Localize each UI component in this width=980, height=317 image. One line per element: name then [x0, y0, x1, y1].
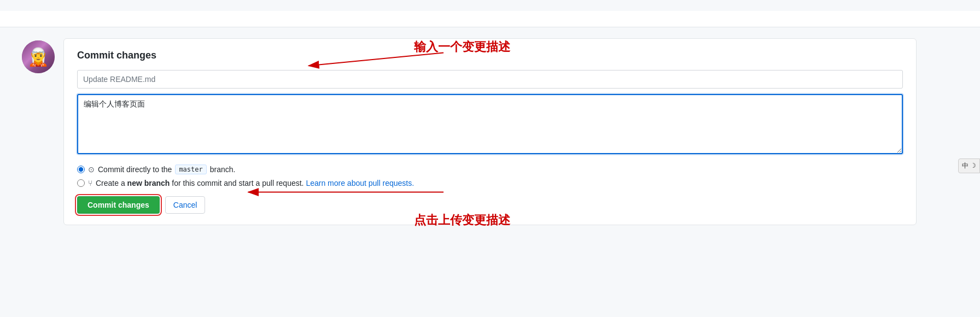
- page-wrapper: 🧝 Commit changes 编辑个人博客页面 ⊙ Commit direc…: [0, 0, 980, 317]
- side-widget-text: 中 ☽: [962, 161, 976, 171]
- branch-icon: ⑂: [88, 179, 92, 187]
- top-bar: [0, 11, 980, 27]
- content-area: 🧝 Commit changes 编辑个人博客页面 ⊙ Commit direc…: [0, 38, 980, 225]
- annotation-text-2: 点击上传变更描述: [414, 212, 510, 228]
- commit-panel: Commit changes 编辑个人博客页面 ⊙ Commit directl…: [63, 38, 917, 225]
- button-row: Commit changes Cancel: [77, 196, 903, 214]
- radio-branch-label: Create a new branch for this commit and …: [96, 179, 414, 187]
- commit-panel-title: Commit changes: [77, 50, 903, 61]
- radio-direct-label-before: Commit directly to the: [98, 165, 172, 174]
- radio-option-branch: ⑂ Create a new branch for this commit an…: [77, 179, 903, 187]
- commit-changes-button[interactable]: Commit changes: [77, 196, 160, 214]
- avatar-image: 🧝: [22, 40, 55, 73]
- radio-section: ⊙ Commit directly to the master branch. …: [77, 165, 903, 187]
- commit-icon: ⊙: [88, 165, 95, 174]
- branch-badge: master: [175, 165, 206, 174]
- commit-description-textarea[interactable]: 编辑个人博客页面: [77, 94, 903, 154]
- radio-branch[interactable]: [77, 179, 85, 187]
- learn-more-link[interactable]: Learn more about pull requests.: [306, 179, 414, 187]
- side-widget: 中 ☽: [958, 158, 980, 173]
- radio-option-direct: ⊙ Commit directly to the master branch.: [77, 165, 903, 174]
- cancel-button[interactable]: Cancel: [165, 196, 206, 214]
- radio-direct[interactable]: [77, 166, 85, 173]
- commit-summary-input[interactable]: [77, 70, 903, 89]
- radio-direct-label-after: branch.: [210, 165, 236, 174]
- avatar: 🧝: [22, 40, 55, 73]
